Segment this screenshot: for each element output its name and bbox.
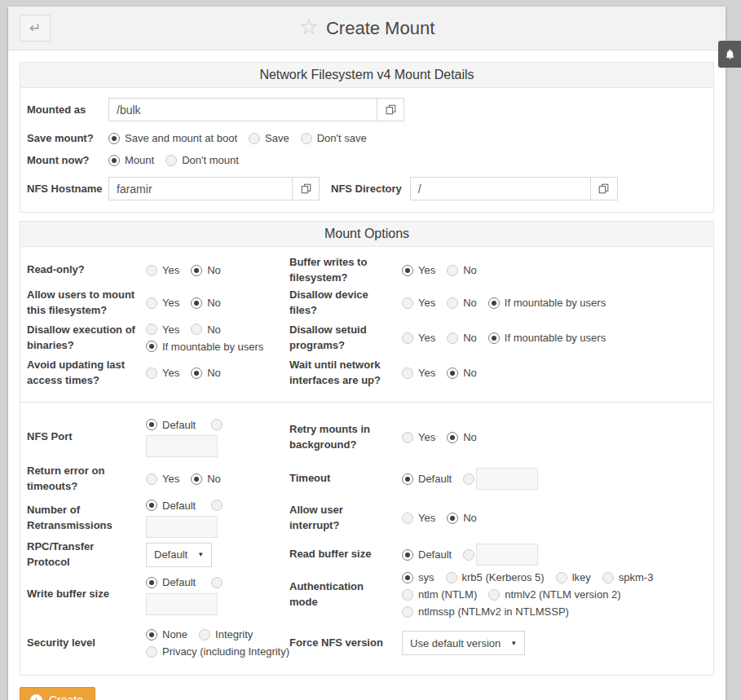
mount-options-panel: Mount Options Read-only? Yes No Buffer w…: [20, 221, 714, 676]
radio-auth-spkm3[interactable]: spkm-3: [602, 570, 654, 585]
details-panel-title: Network Filesystem v4 Mount Details: [20, 63, 713, 88]
radio-auth-ntlmssp[interactable]: ntlmssp (NTLMv2 in NTLMSSP): [402, 604, 569, 619]
return-error-control: Yes No: [146, 471, 289, 486]
radio-retry-no[interactable]: No: [447, 429, 477, 445]
mounted-as-input[interactable]: [108, 98, 377, 121]
nfs-port-input-disabled: [146, 435, 218, 457]
radio-writebuf-custom[interactable]: [211, 577, 223, 588]
radio-device-no[interactable]: No: [447, 295, 477, 310]
field-row-save-mount: Save mount? Save and mount at boot Save …: [20, 125, 713, 149]
radio-auth-krb5[interactable]: krb5 (Kerberos 5): [446, 570, 545, 585]
timeout-control: Default: [402, 468, 707, 490]
radio-interrupt-no[interactable]: No: [447, 510, 477, 526]
read-buffer-input-disabled: [476, 544, 538, 566]
wait-network-control: Yes No: [402, 365, 707, 381]
radio-device-if-mountable[interactable]: If mountable by users: [488, 295, 606, 310]
radio-security-none[interactable]: None: [146, 627, 187, 642]
write-buffer-label: Write buffer size: [27, 587, 146, 602]
radio-timeout-err-yes[interactable]: Yes: [146, 471, 179, 486]
timeout-label: Timeout: [289, 471, 402, 486]
options-divider: [20, 402, 713, 403]
radio-setuid-yes[interactable]: Yes: [402, 330, 435, 346]
radio-readonly-no[interactable]: No: [191, 262, 221, 278]
radio-save-and-mount-at-boot[interactable]: Save and mount at boot: [108, 130, 237, 146]
radio-mount[interactable]: Mount: [108, 152, 154, 168]
notifications-bell-tab[interactable]: [718, 41, 741, 68]
nfs-directory-input[interactable]: [410, 177, 591, 200]
retransmissions-control: Default: [146, 498, 289, 539]
security-level-label: Security level: [27, 636, 146, 651]
radio-retrans-default[interactable]: Default: [146, 498, 196, 513]
wait-network-label: Wait until network interfaces are up?: [289, 358, 402, 389]
radio-save[interactable]: Save: [249, 130, 289, 146]
options-row-10: Security level None Integrity Privacy (i…: [20, 619, 713, 667]
radio-setuid-if-mountable[interactable]: If mountable by users: [488, 330, 606, 346]
radio-timeout-custom[interactable]: [463, 473, 474, 485]
nfs-hostname-label: NFS Hostname: [27, 183, 108, 195]
radio-readonly-yes[interactable]: Yes: [146, 262, 179, 278]
radio-device-yes[interactable]: Yes: [402, 295, 435, 310]
mounted-as-chooser-button[interactable]: [377, 98, 404, 121]
nfs-hostname-input[interactable]: [108, 177, 293, 200]
field-row-mount-now: Mount now? Mount Don't mount: [20, 149, 713, 171]
security-level-control: None Integrity Privacy (including Integr…: [146, 627, 289, 659]
allow-users-label: Allow users to mount this filesystem?: [27, 288, 146, 319]
details-panel: Network Filesystem v4 Mount Details Moun…: [20, 62, 714, 213]
radio-allow-users-yes[interactable]: Yes: [146, 295, 179, 310]
radio-atime-yes[interactable]: Yes: [146, 365, 179, 381]
radio-interrupt-yes[interactable]: Yes: [402, 510, 435, 526]
timeout-input-disabled: [476, 468, 538, 490]
force-nfs-version-select[interactable]: Use default version ▼: [402, 631, 525, 655]
radio-wait-yes[interactable]: Yes: [402, 365, 435, 381]
radio-exec-yes[interactable]: Yes: [146, 322, 179, 337]
main-window: ↵ ☆ Create Mount Network Filesystem v4 M…: [8, 7, 726, 700]
radio-auth-sys[interactable]: sys: [402, 570, 434, 585]
favorite-star-icon: ☆: [299, 16, 319, 38]
auth-mode-label: Authentication mode: [289, 579, 402, 610]
radio-exec-no[interactable]: No: [191, 322, 221, 337]
radio-timeout-default[interactable]: Default: [402, 471, 452, 486]
radio-port-custom[interactable]: [211, 419, 223, 430]
retransmissions-input-disabled: [146, 516, 218, 538]
nfs-directory-chooser-button[interactable]: [590, 177, 618, 200]
radio-buffer-yes[interactable]: Yes: [402, 262, 435, 278]
radio-dont-save[interactable]: Don't save: [301, 130, 367, 146]
radio-writebuf-default[interactable]: Default: [146, 575, 196, 590]
create-button[interactable]: + Create: [20, 687, 95, 700]
return-arrow-icon: ↵: [29, 20, 41, 37]
radio-port-default[interactable]: Default: [146, 417, 196, 433]
options-row-9: Write buffer size Default Authentication…: [20, 570, 713, 619]
radio-wait-no[interactable]: No: [447, 365, 477, 381]
radio-setuid-no[interactable]: No: [447, 330, 477, 346]
options-row-4: Avoid updating last access times? Yes No…: [20, 356, 713, 390]
radio-retry-yes[interactable]: Yes: [402, 429, 435, 445]
nfs-hostname-chooser-button[interactable]: [292, 177, 320, 200]
radio-auth-lkey[interactable]: lkey: [556, 570, 591, 585]
allow-interrupt-label: Allow user interrupt?: [289, 503, 402, 534]
radio-timeout-err-no[interactable]: No: [191, 471, 221, 486]
page-title: Create Mount: [326, 18, 434, 39]
page-header: ↵ ☆ Create Mount: [8, 7, 726, 51]
file-chooser-icon: [386, 104, 396, 115]
radio-auth-ntlm[interactable]: ntlm (NTLM): [402, 587, 477, 602]
radio-auth-ntmlv2[interactable]: ntmlv2 (NTLM version 2): [488, 587, 620, 602]
back-button[interactable]: ↵: [20, 15, 51, 42]
disallow-exec-control: Yes No If mountable by users: [146, 322, 289, 354]
options-row-5: NFS Port Default Retry mounts in backgro…: [20, 414, 713, 461]
rpc-protocol-select[interactable]: Default ▼: [146, 543, 212, 567]
radio-dont-mount[interactable]: Don't mount: [165, 152, 239, 168]
radio-allow-users-no[interactable]: No: [191, 295, 221, 310]
radio-buffer-no[interactable]: No: [447, 262, 477, 278]
read-buffer-label: Read buffer size: [289, 547, 402, 562]
options-row-3: Disallow execution of binaries? Yes No I…: [20, 320, 713, 356]
read-only-label: Read-only?: [27, 262, 146, 278]
field-row-mounted-as: Mounted as: [20, 95, 713, 125]
radio-readbuf-default[interactable]: Default: [402, 547, 452, 562]
radio-exec-if-mountable[interactable]: If mountable by users: [146, 339, 263, 354]
radio-readbuf-custom[interactable]: [463, 549, 474, 561]
radio-atime-no[interactable]: No: [191, 365, 221, 381]
radio-retrans-custom[interactable]: [211, 500, 223, 511]
radio-security-integrity[interactable]: Integrity: [199, 627, 253, 642]
radio-security-privacy[interactable]: Privacy (including Integrity): [146, 644, 289, 659]
auth-mode-control: sys krb5 (Kerberos 5) lkey spkm-3 ntlm (…: [402, 570, 707, 619]
